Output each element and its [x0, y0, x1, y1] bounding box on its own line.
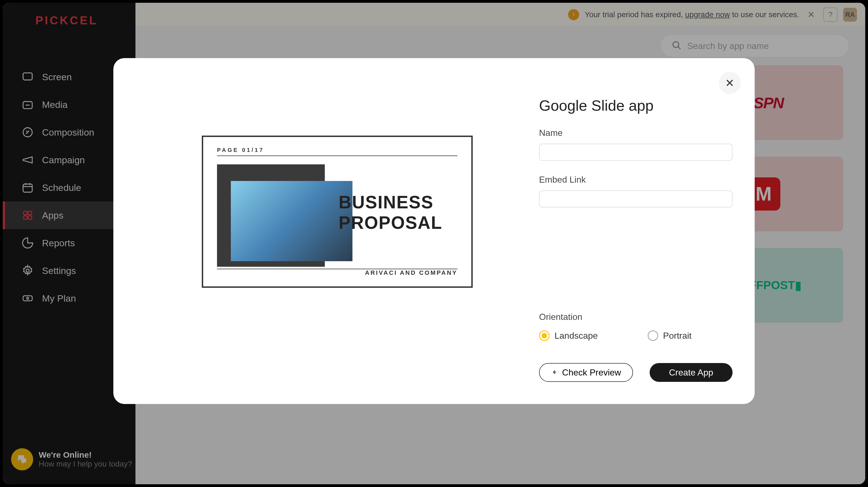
embed-link-input[interactable] [539, 190, 733, 207]
arrow-left-icon [551, 368, 558, 378]
button-label: Check Preview [562, 368, 621, 378]
embed-label: Embed Link [539, 175, 733, 185]
radio-icon [539, 331, 550, 341]
slide-footer: ARIVACI AND COMPANY [217, 269, 458, 277]
create-app-button[interactable]: Create App [650, 363, 733, 382]
orientation-landscape-radio[interactable]: Landscape [539, 331, 598, 341]
modal-close-button[interactable]: ✕ [719, 72, 741, 94]
orientation-portrait-radio[interactable]: Portrait [648, 331, 692, 341]
name-input[interactable] [539, 144, 733, 161]
radio-icon [648, 331, 658, 341]
slide-page-number: PAGE 01/17 [217, 147, 458, 153]
modal-title: Google Slide app [539, 97, 733, 114]
google-slide-modal: ✕ PAGE 01/17 BUSINESS PROPOSAL AR [113, 58, 755, 404]
modal-preview-pane: PAGE 01/17 BUSINESS PROPOSAL ARIVACI AND… [135, 80, 539, 382]
modal-overlay: ✕ PAGE 01/17 BUSINESS PROPOSAL AR [3, 3, 865, 484]
name-label: Name [539, 128, 733, 138]
slide-title-2: PROPOSAL [339, 212, 442, 233]
button-label: Create App [669, 368, 713, 378]
modal-form: Google Slide app Name Embed Link Orienta… [539, 80, 733, 382]
slide-preview: PAGE 01/17 BUSINESS PROPOSAL ARIVACI AND… [202, 136, 473, 288]
check-preview-button[interactable]: Check Preview [539, 363, 633, 382]
radio-label: Landscape [555, 331, 598, 341]
slide-title-1: BUSINESS [339, 192, 442, 212]
radio-label: Portrait [663, 331, 692, 341]
orientation-label: Orientation [539, 312, 733, 322]
